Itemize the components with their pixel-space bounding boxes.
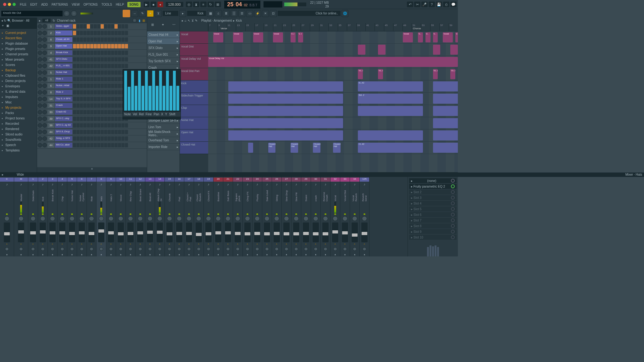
picker-item[interactable]: FLS_Gun 001▸ [147, 51, 180, 58]
pan-knob[interactable] [352, 216, 357, 221]
step[interactable] [94, 70, 97, 75]
step[interactable] [80, 97, 83, 101]
track-number[interactable]: 125 [360, 178, 369, 182]
channel-filter[interactable]: All [42, 19, 51, 22]
step[interactable] [83, 77, 86, 81]
step[interactable] [114, 37, 118, 42]
track-number[interactable]: 27 [282, 178, 291, 182]
fx-toggle[interactable]: ▴ [101, 253, 102, 256]
mic-icon[interactable]: 🎤 [421, 2, 428, 7]
volume-fader[interactable] [108, 222, 114, 242]
send-knob[interactable] [138, 247, 142, 251]
browser-item[interactable]: Scores [0, 62, 37, 68]
step[interactable] [90, 143, 93, 147]
fx-toggle[interactable]: ▴ [52, 253, 53, 256]
mute-led[interactable] [217, 213, 219, 215]
mixer-track[interactable]: 13♪Beat All⌃▴ [145, 177, 155, 256]
mute-led[interactable] [178, 213, 180, 215]
channel-number[interactable]: 39 [47, 116, 54, 121]
browser-item[interactable]: Demo projects [0, 78, 37, 84]
pan-knob[interactable] [118, 216, 123, 221]
step-sequencer[interactable] [73, 37, 146, 42]
volume-fader[interactable] [274, 222, 280, 242]
step[interactable] [101, 51, 104, 55]
step[interactable] [101, 123, 104, 128]
step[interactable] [90, 37, 93, 42]
volume-fader[interactable] [69, 222, 75, 242]
vol-knob[interactable] [42, 97, 47, 101]
vol-knob[interactable] [42, 90, 47, 95]
channel-name[interactable]: SFX C..sy #2 [55, 123, 72, 128]
clip[interactable]: Vo..n [358, 69, 363, 79]
pan-knob[interactable] [89, 216, 94, 221]
send-knob[interactable] [187, 247, 191, 251]
playlist-icon[interactable]: ▦ [207, 10, 214, 17]
picker-item[interactable]: Linn Tom▸ [147, 124, 180, 130]
route-arrow[interactable]: ⌃ [324, 243, 327, 247]
tempo-display[interactable]: 128.000 [166, 2, 183, 7]
picker-item[interactable]: Open Hat▸ [147, 38, 180, 45]
graph-bar[interactable] [156, 86, 158, 111]
browser-item[interactable]: Channel presets [0, 52, 37, 57]
mute-led[interactable] [364, 213, 365, 215]
step[interactable] [111, 57, 114, 62]
menu-icon[interactable]: ▸ [182, 19, 183, 22]
track-number[interactable]: 7 [87, 178, 96, 182]
mixer-track[interactable]: 33♪Vocal Dist⌃▴ [340, 177, 350, 256]
step[interactable] [80, 24, 83, 29]
add-channel-button[interactable]: + [37, 167, 147, 172]
step[interactable] [73, 123, 76, 128]
mixer-track[interactable]: 29♪Snare⌃▴ [301, 177, 311, 256]
mute-led[interactable] [91, 213, 92, 215]
step[interactable] [80, 51, 83, 55]
step[interactable] [111, 130, 114, 134]
mute-led[interactable] [42, 213, 44, 215]
send-knob[interactable] [324, 247, 327, 251]
step[interactable] [90, 84, 93, 88]
step[interactable] [76, 37, 80, 42]
step[interactable] [114, 90, 118, 95]
channel-name[interactable]: Noise..mbal [55, 83, 72, 88]
track-number[interactable]: 34 [350, 178, 359, 182]
step[interactable] [114, 143, 118, 147]
step[interactable] [94, 37, 97, 42]
graph-bar[interactable] [176, 86, 179, 111]
step[interactable] [87, 130, 90, 134]
step[interactable] [104, 136, 107, 141]
step[interactable] [80, 44, 83, 48]
step[interactable] [73, 31, 76, 35]
bar-tick[interactable]: 37 [347, 23, 356, 31]
snap-select[interactable]: Line [163, 11, 178, 16]
volume-fader[interactable] [322, 222, 329, 242]
track-number[interactable]: 22 [233, 178, 242, 182]
step[interactable] [94, 64, 97, 68]
bar-tick[interactable]: 39 [356, 23, 365, 31]
mute-led[interactable] [81, 213, 83, 215]
pan-knob[interactable] [186, 216, 192, 221]
track-number[interactable]: 32 [330, 178, 340, 182]
step[interactable] [73, 90, 76, 95]
fx-toggle[interactable]: ▴ [218, 253, 219, 256]
step[interactable] [101, 143, 104, 147]
play-button[interactable]: ▶ [144, 2, 149, 7]
step[interactable] [94, 110, 97, 114]
step[interactable] [125, 130, 128, 134]
route-arrow[interactable]: ⌃ [70, 243, 74, 247]
clip[interactable]: Closed Hat [268, 143, 276, 153]
mute-led[interactable] [20, 213, 22, 215]
step[interactable] [94, 57, 97, 62]
step[interactable] [114, 70, 118, 75]
track-number[interactable]: 9 [106, 178, 116, 182]
fx-toggle[interactable]: ▴ [198, 253, 199, 256]
picker-item[interactable]: SFX Disto▸ [147, 45, 180, 51]
step[interactable] [73, 84, 76, 88]
volume-fader[interactable] [196, 222, 202, 242]
fx-toggle[interactable]: ▴ [208, 253, 209, 256]
route-arrow[interactable]: ⌃ [99, 243, 103, 247]
pan-knob[interactable] [294, 216, 299, 221]
step[interactable] [114, 123, 118, 128]
step[interactable] [83, 103, 86, 108]
mixer-track[interactable]: 26♪String⌃▴ [272, 177, 282, 256]
clip[interactable]: Vocal [213, 32, 223, 42]
step[interactable] [118, 110, 121, 114]
